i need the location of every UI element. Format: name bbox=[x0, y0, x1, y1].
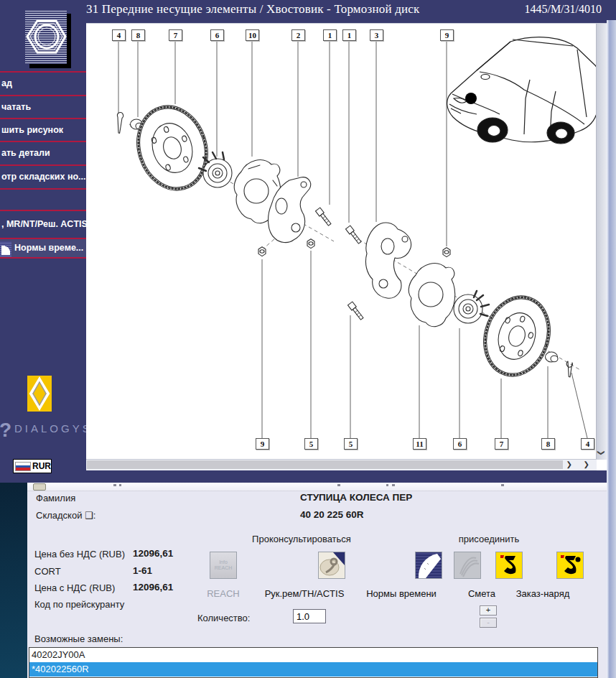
quantity-label: Количество: bbox=[197, 613, 250, 623]
callout-9b[interactable]: 9 bbox=[256, 438, 269, 450]
exploded-diagram[interactable] bbox=[86, 24, 605, 470]
callout-9[interactable]: 9 bbox=[440, 29, 454, 41]
callout-1b[interactable]: 1 bbox=[342, 29, 356, 41]
sidebar-item-label: отр складских но... bbox=[1, 172, 86, 182]
pricelist-code-label: Код по прейскуранту bbox=[34, 599, 124, 610]
russia-flag-icon bbox=[15, 462, 31, 471]
callout-3[interactable]: 3 bbox=[370, 29, 383, 41]
scrollbar-thumb[interactable] bbox=[87, 460, 563, 469]
sidebar-item-label: ад bbox=[1, 78, 12, 88]
price-inc-vat-value: 12096,61 bbox=[133, 582, 173, 593]
labor-time-button[interactable] bbox=[415, 552, 442, 579]
work-order-label: Заказ-наряд bbox=[500, 588, 586, 599]
callout-4b[interactable]: 4 bbox=[581, 438, 594, 450]
menu-separator bbox=[0, 257, 86, 259]
callout-7[interactable]: 7 bbox=[169, 29, 182, 41]
replacement-row[interactable]: 40202JY00A bbox=[29, 648, 597, 662]
reach-button: Info REACH bbox=[210, 552, 237, 579]
clipped-button bbox=[33, 483, 46, 491]
scroll-down-icon[interactable]: ❯ bbox=[597, 450, 605, 455]
quantity-plus-button[interactable]: + bbox=[480, 605, 497, 616]
part-details-panel: Фамилия СТУПИЦА КОЛЕСА ПЕР Складской ❑: … bbox=[27, 483, 607, 678]
vertical-scrollbar[interactable]: ❯ bbox=[596, 24, 607, 460]
callout-5[interactable]: 5 bbox=[304, 438, 318, 450]
scroll-right-icon[interactable]: ❯ bbox=[566, 460, 572, 468]
part-number: 40 20 225 60R bbox=[300, 509, 364, 520]
consult-header: Проконсультироваться bbox=[244, 534, 359, 544]
reach-icon-text2: REACH bbox=[215, 565, 233, 571]
labor-time-mini-icon bbox=[0, 241, 11, 257]
callout-8[interactable]: 8 bbox=[131, 29, 145, 41]
sidebar-item-label: чатать bbox=[1, 102, 31, 112]
callout-6[interactable]: 6 bbox=[210, 29, 224, 41]
price-ex-vat-label: Цена без НДС (RUB) bbox=[34, 549, 125, 559]
attach-disabled-icon bbox=[454, 552, 480, 578]
clipped-glyph bbox=[113, 484, 116, 486]
currency-button[interactable]: RUR bbox=[13, 459, 52, 473]
horizontal-scrollbar[interactable]: ❯ ❯ bbox=[86, 459, 597, 470]
repair-manual-button[interactable] bbox=[318, 552, 345, 579]
estimate-button[interactable] bbox=[495, 552, 523, 579]
scroll-right-end-icon[interactable]: ❯ bbox=[584, 460, 589, 468]
dialogys-logo-mark: ? bbox=[0, 419, 11, 442]
price-inc-vat-label: Цена с НДС (RUB) bbox=[34, 582, 115, 593]
price-ex-vat-value: 12096,61 bbox=[133, 548, 173, 559]
sidebar-item-back[interactable]: ад bbox=[0, 71, 86, 95]
figure-code: 1445/M/31/4010 bbox=[524, 3, 602, 16]
stock-label: Складской ❑: bbox=[36, 510, 95, 521]
dialogys-window: 31 Передние несущие элементы / Хвостовик… bbox=[0, 0, 616, 678]
sidebar-item-enlarge[interactable]: шить рисунок bbox=[0, 118, 86, 141]
callout-11[interactable]: 11 bbox=[413, 438, 426, 450]
sidebar-item-mrnt-actis[interactable]: , MR/NT/Реш. ACTIS bbox=[0, 210, 86, 238]
estimate-icon bbox=[496, 552, 522, 578]
part-name: СТУПИЦА КОЛЕСА ПЕР bbox=[300, 492, 412, 503]
desktop-edge bbox=[0, 483, 27, 678]
reach-icon-text1: Info bbox=[219, 559, 228, 565]
callout-4[interactable]: 4 bbox=[112, 29, 126, 41]
clipped-glyph bbox=[337, 484, 340, 486]
sidebar-item-print[interactable]: чатать bbox=[0, 95, 86, 118]
attach-disabled-button bbox=[454, 552, 481, 579]
clipped-glyph bbox=[119, 484, 121, 486]
sidebar-item-label: шить рисунок bbox=[1, 125, 63, 135]
currency-label: RUR bbox=[32, 461, 51, 471]
renault-logo bbox=[27, 376, 52, 412]
cort-label: CORT bbox=[34, 566, 61, 577]
replacements-label: Возможные замены: bbox=[34, 633, 123, 644]
quantity-minus-button: - bbox=[480, 618, 497, 628]
clipped-row bbox=[27, 483, 607, 491]
nut-logo-icon bbox=[25, 9, 67, 64]
callout-10[interactable]: 10 bbox=[246, 29, 259, 41]
page-title: 31 Передние несущие элементы / Хвостовик… bbox=[86, 2, 420, 17]
diagram-area: 4 8 7 6 10 2 1 1 3 9 9 5 5 11 6 7 8 4 ❯ … bbox=[86, 23, 607, 470]
work-order-button[interactable] bbox=[556, 552, 584, 579]
sidebar-item-label: , MR/NT/Реш. ACTIS bbox=[1, 219, 86, 229]
clipped-glyph bbox=[501, 484, 504, 486]
callout-1[interactable]: 1 bbox=[323, 29, 337, 41]
callout-7b[interactable]: 7 bbox=[495, 438, 508, 450]
sidebar-item-labor-times[interactable]: Нормы време... bbox=[0, 238, 86, 257]
repair-manual-label: Рук.рем/TH/ACTIS bbox=[240, 588, 369, 599]
labor-time-icon bbox=[416, 552, 442, 578]
name-label: Фамилия bbox=[36, 493, 75, 503]
sidebar-item-stock[interactable]: отр складских но... bbox=[0, 164, 86, 188]
window-right-border bbox=[607, 20, 616, 678]
sidebar-item-details[interactable]: ать детали bbox=[0, 141, 86, 164]
labor-time-label: Нормы времени bbox=[351, 588, 452, 599]
menu-separator bbox=[0, 188, 86, 190]
callout-2[interactable]: 2 bbox=[291, 29, 305, 41]
reach-icon: Info REACH bbox=[210, 552, 236, 578]
clipped-glyph bbox=[386, 484, 388, 486]
replacement-row-selected[interactable]: *402022560R bbox=[29, 662, 597, 677]
callout-6b[interactable]: 6 bbox=[453, 438, 467, 450]
clipped-glyph bbox=[392, 484, 395, 486]
replacements-listbox[interactable]: 40202JY00A *402022560R bbox=[29, 647, 598, 678]
dialogys-brand: DIALOGYS bbox=[14, 422, 93, 435]
attach-header: присоединить bbox=[446, 534, 532, 544]
sidebar-item-label: Нормы време... bbox=[14, 243, 83, 253]
repair-manual-icon bbox=[319, 552, 345, 578]
quantity-input[interactable] bbox=[293, 609, 326, 623]
callout-8b[interactable]: 8 bbox=[541, 438, 555, 450]
callout-5b[interactable]: 5 bbox=[344, 438, 358, 450]
cort-value: 1-61 bbox=[133, 565, 152, 576]
